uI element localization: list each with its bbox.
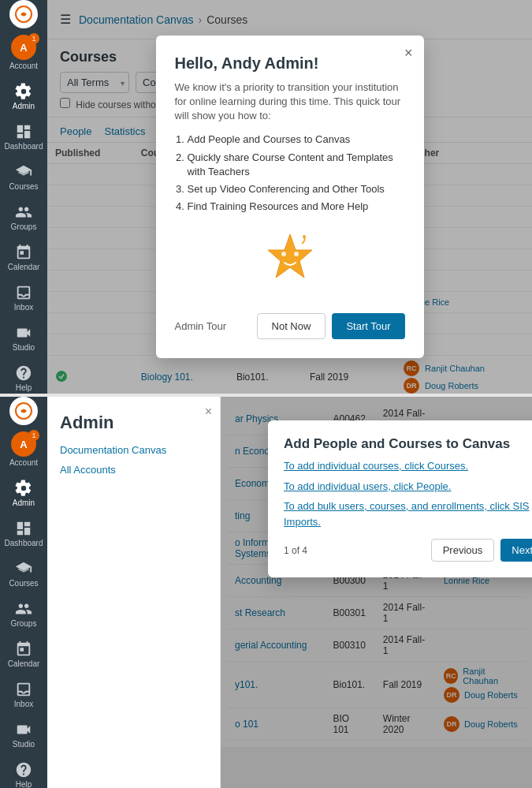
sidebar-logo-b xyxy=(0,397,47,425)
sidebar-b-inbox[interactable]: Inbox xyxy=(0,674,47,715)
courses-icon-b xyxy=(15,560,32,577)
studio-icon xyxy=(15,324,32,342)
sidebar-b-account[interactable]: 1 A Account xyxy=(0,425,47,473)
sidebar-b-courses[interactable]: Courses xyxy=(0,554,47,594)
tour-modal: × Add People and Courses to Canvas To ad… xyxy=(268,420,532,577)
sidebar-label-help: Help xyxy=(16,383,32,392)
sidebar-label-inbox: Inbox xyxy=(14,303,33,312)
sidebar-label-studio: Studio xyxy=(13,343,35,352)
list-item-4: Find Training Resources and More Help xyxy=(188,200,405,214)
star-illustration xyxy=(175,226,405,301)
hello-modal-close[interactable]: × xyxy=(404,45,413,62)
account-badge: 1 xyxy=(28,33,39,44)
sidebar-item-groups[interactable]: Groups xyxy=(0,197,47,237)
tour-modal-footer: 1 of 4 Previous Next xyxy=(284,539,532,562)
sidebar-item-help[interactable]: Help xyxy=(0,358,47,394)
list-item-3: Set up Video Conferencing and Other Tool… xyxy=(188,182,405,196)
courses-icon xyxy=(15,163,32,181)
groups-icon-b xyxy=(15,600,32,618)
sidebar-logo xyxy=(0,0,47,28)
gear-icon-b xyxy=(15,480,32,497)
tour-link-sis[interactable]: To add bulk users, courses, and enrollme… xyxy=(284,499,532,529)
svg-point-4 xyxy=(281,252,286,256)
admin-all-accounts-link[interactable]: All Accounts xyxy=(60,464,207,476)
hello-modal-overlay: × Hello, Andy Admin! We know it's a prio… xyxy=(47,0,532,394)
admin-panel: × Admin Documentation Canvas All Account… xyxy=(47,397,221,788)
tour-buttons: Previous Next xyxy=(431,539,532,562)
hello-modal-list: Add People and Courses to Canvas Quickly… xyxy=(175,133,405,214)
not-now-button[interactable]: Not Now xyxy=(257,313,326,339)
sidebar-label-admin: Admin xyxy=(13,102,35,110)
tour-modal-body: To add individual courses, click Courses… xyxy=(284,458,532,529)
sidebar-b-label-inbox: Inbox xyxy=(14,700,33,708)
sidebar-b-calendar[interactable]: Calendar xyxy=(0,634,47,674)
app-logo-b xyxy=(9,397,38,425)
sidebar-item-admin[interactable]: Admin xyxy=(0,77,47,117)
sidebar-top: 1 A Account Admin Dashboard Courses xyxy=(0,0,47,394)
sidebar-label-dashboard: Dashboard xyxy=(5,142,43,151)
sidebar-b-studio[interactable]: Studio xyxy=(0,715,47,755)
hello-modal-title: Hello, Andy Admin! xyxy=(175,54,405,73)
sidebar-item-account[interactable]: 1 A Account xyxy=(0,28,47,77)
sidebar-label-groups: Groups xyxy=(11,222,37,231)
sidebar-bottom: 1 A Account Admin Dashboard Courses Grou… xyxy=(0,397,47,788)
sidebar-item-calendar[interactable]: Calendar xyxy=(0,237,47,278)
sidebar-b-label-studio: Studio xyxy=(13,740,35,749)
sidebar-label-account: Account xyxy=(9,62,38,70)
sidebar-b-admin[interactable]: Admin xyxy=(0,473,47,514)
sidebar-b-dashboard[interactable]: Dashboard xyxy=(0,514,47,554)
sidebar-b-label-dashboard: Dashboard xyxy=(5,539,43,547)
sidebar-item-studio[interactable]: Studio xyxy=(0,318,47,358)
tour-link-people[interactable]: To add individual users, click People. xyxy=(284,479,532,495)
admin-panel-close[interactable]: × xyxy=(205,405,212,419)
start-tour-button[interactable]: Start Tour xyxy=(332,313,404,339)
groups-icon xyxy=(15,204,32,221)
sidebar-item-inbox[interactable]: Inbox xyxy=(0,278,47,318)
dashboard-icon-b xyxy=(15,520,32,537)
hello-modal-footer: Admin Tour Not Now Start Tour xyxy=(175,313,405,339)
tour-previous-button[interactable]: Previous xyxy=(431,539,495,562)
sidebar-item-dashboard[interactable]: Dashboard xyxy=(0,117,47,157)
sidebar-b-label-calendar: Calendar xyxy=(8,659,40,668)
sidebar-item-courses[interactable]: Courses xyxy=(0,157,47,197)
list-item-2: Quickly share Course Content and Templat… xyxy=(188,151,405,179)
svg-point-5 xyxy=(294,252,299,256)
sidebar-b-label-groups: Groups xyxy=(11,619,37,628)
svg-marker-3 xyxy=(268,234,312,278)
sidebar-b-groups[interactable]: Groups xyxy=(0,594,47,634)
hello-modal: × Hello, Andy Admin! We know it's a prio… xyxy=(156,35,424,359)
inbox-icon-b xyxy=(15,681,32,698)
sidebar-b-label-account: Account xyxy=(9,458,38,467)
sidebar-b-label-admin: Admin xyxy=(13,499,35,507)
calendar-icon-b xyxy=(15,640,32,658)
sidebar-b-label-courses: Courses xyxy=(9,579,38,588)
modal-buttons: Not Now Start Tour xyxy=(257,313,405,339)
bottom-half: 1 A Account Admin Dashboard Courses Grou… xyxy=(0,397,532,788)
admin-panel-title: Admin xyxy=(60,413,207,433)
list-item-1: Add People and Courses to Canvas xyxy=(188,133,405,147)
tour-progress: 1 of 4 xyxy=(284,545,307,556)
hello-modal-subtitle: We know it's a priority to transition yo… xyxy=(175,80,405,124)
sidebar-label-calendar: Calendar xyxy=(8,263,40,271)
screen: 1 A Account Admin Dashboard Courses xyxy=(0,0,532,788)
tour-link-courses[interactable]: To add individual courses, click Courses… xyxy=(284,458,532,474)
studio-icon-b xyxy=(15,721,32,738)
bottom-main-area: × Admin Documentation Canvas All Account… xyxy=(47,397,532,788)
tour-label: Admin Tour xyxy=(175,320,227,332)
top-half: 1 A Account Admin Dashboard Courses xyxy=(0,0,532,394)
account-badge-b: 1 xyxy=(28,430,39,441)
gear-icon xyxy=(15,83,32,100)
tour-modal-title: Add People and Courses to Canvas xyxy=(284,436,532,452)
sidebar-label-courses: Courses xyxy=(9,182,38,191)
bottom-content: ar PhysicsA004622014 Fall-1 n EconomicsB… xyxy=(221,397,532,788)
sidebar-b-help[interactable]: Help xyxy=(0,755,47,788)
calendar-icon xyxy=(15,244,32,261)
dashboard-icon xyxy=(15,123,32,140)
app-logo xyxy=(9,0,38,28)
sidebar-b-label-help: Help xyxy=(16,780,32,788)
help-icon-b xyxy=(15,761,32,779)
admin-doc-canvas-link[interactable]: Documentation Canvas xyxy=(60,444,207,456)
tour-next-button[interactable]: Next xyxy=(500,539,532,562)
help-icon xyxy=(15,364,32,382)
main-top: ☰ Documentation Canvas › Courses Courses… xyxy=(47,0,532,394)
